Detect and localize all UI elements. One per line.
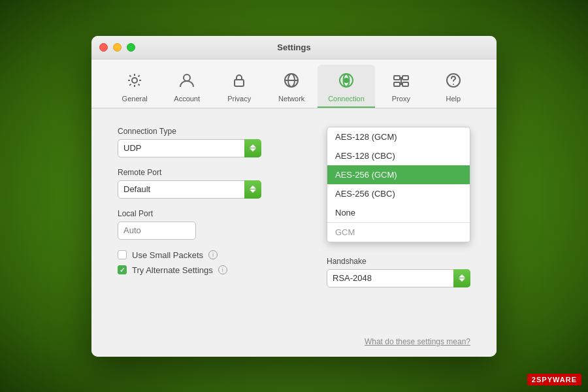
handshake-wrapper: RSA-2048 RSA-4096 [327, 269, 470, 287]
right-section: AES-128 (GCM) AES-128 (CBC) AES-256 (GCM… [327, 127, 470, 287]
dropdown-item-aes256cbc[interactable]: AES-256 (CBC) [327, 184, 470, 203]
local-port-input[interactable] [118, 221, 196, 240]
handshake-select[interactable]: RSA-2048 RSA-4096 [327, 269, 470, 287]
tab-proxy-label: Proxy [392, 95, 410, 103]
small-packets-info-icon[interactable]: i [208, 250, 218, 259]
close-button[interactable] [99, 43, 108, 52]
network-icon [280, 69, 303, 92]
svg-point-16 [453, 84, 454, 85]
dropdown-item-aes128cbc[interactable]: AES-128 (CBC) [327, 146, 470, 165]
content-area: Connection Type UDP TCP Remote Port Defa… [91, 108, 497, 357]
lock-icon [227, 69, 251, 92]
svg-rect-10 [394, 82, 400, 86]
tab-proxy[interactable]: Proxy [375, 65, 427, 108]
proxy-icon [389, 69, 413, 92]
tab-privacy-label: Privacy [227, 95, 251, 103]
connection-type-select[interactable]: UDP TCP [118, 139, 261, 157]
minimize-button[interactable] [113, 43, 122, 52]
person-icon [175, 69, 199, 92]
tab-general-label: General [122, 95, 148, 103]
settings-help-link[interactable]: What do these settings mean? [365, 337, 470, 346]
tab-privacy[interactable]: Privacy [213, 65, 265, 108]
svg-rect-8 [394, 76, 400, 80]
alternate-settings-checkbox[interactable] [118, 265, 127, 274]
connection-icon [335, 69, 358, 92]
window-title: Settings [277, 42, 310, 52]
small-packets-label: Use Small Packets [132, 250, 203, 260]
tab-network[interactable]: Network [265, 65, 318, 108]
question-icon [442, 69, 465, 92]
dropdown-item-aes256gcm[interactable]: AES-256 (GCM) [327, 165, 470, 184]
svg-point-0 [132, 78, 137, 83]
dropdown-item-aes128gcm[interactable]: AES-128 (GCM) [327, 127, 470, 146]
cipher-dropdown[interactable]: AES-128 (GCM) AES-128 (CBC) AES-256 (GCM… [327, 127, 470, 242]
maximize-button[interactable] [127, 43, 135, 52]
handshake-label: Handshake [327, 257, 470, 266]
settings-window: Settings General Account [91, 36, 497, 357]
svg-rect-9 [402, 76, 408, 80]
small-packets-checkbox[interactable] [118, 250, 127, 259]
alternate-settings-info-icon[interactable]: i [218, 265, 227, 274]
remote-port-wrapper: Default [118, 180, 261, 199]
window-controls [99, 43, 135, 52]
tab-help[interactable]: Help [427, 65, 480, 108]
tab-connection-label: Connection [328, 95, 365, 103]
alternate-settings-label: Try Alternate Settings [132, 265, 213, 275]
connection-type-wrapper: UDP TCP [118, 139, 261, 157]
tab-account-label: Account [174, 95, 200, 103]
tab-connection[interactable]: Connection [318, 65, 375, 108]
spyware-badge: 2SPYWARE [527, 374, 581, 385]
tab-network-label: Network [278, 95, 304, 103]
handshake-section: Handshake RSA-2048 RSA-4096 [327, 257, 470, 287]
titlebar: Settings [91, 36, 497, 59]
remote-port-select[interactable]: Default [118, 180, 261, 199]
svg-rect-2 [235, 80, 244, 86]
svg-point-7 [344, 78, 349, 83]
svg-point-1 [184, 74, 190, 81]
dropdown-item-none[interactable]: None [327, 203, 470, 222]
gear-icon [123, 69, 146, 92]
tab-account[interactable]: Account [161, 65, 213, 108]
dropdown-partial-gcm: GCM [327, 222, 470, 242]
tab-general[interactable]: General [108, 65, 161, 108]
svg-rect-11 [402, 82, 408, 86]
toolbar: General Account Privacy [91, 59, 497, 108]
tab-help-label: Help [446, 95, 461, 103]
